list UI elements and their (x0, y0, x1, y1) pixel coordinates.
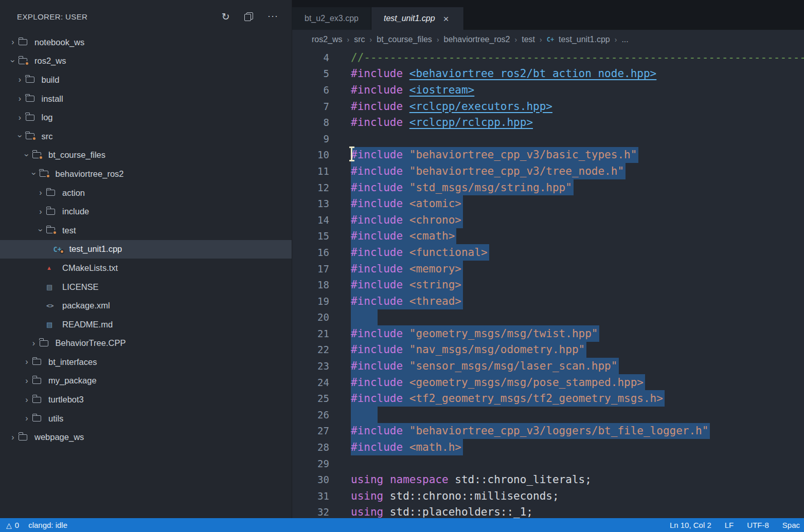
folder-glyph (32, 415, 41, 421)
folder-glyph (19, 39, 27, 45)
warning-icon: △ (6, 521, 12, 529)
code-line-28: 28#include <math.h> (292, 439, 804, 455)
folder-icon (19, 432, 33, 443)
code-token (403, 263, 409, 275)
code-editor[interactable]: 4//-------------------------------------… (292, 49, 804, 518)
tree-item-notebook-ws[interactable]: ›notebook_ws (0, 33, 292, 52)
tree-item-include[interactable]: ›include (0, 202, 292, 221)
tree-item-label: src (42, 132, 53, 141)
language-server-status[interactable]: clangd: idle (28, 521, 67, 529)
code-line-22: 22#include "nav_msgs/msg/odometry.hpp" (292, 342, 804, 358)
code-token: "behaviortree_cpp_v3/tree_node.h" (409, 165, 624, 177)
keyword-token: #include (351, 360, 403, 372)
line-number: 10 (292, 147, 329, 163)
chevron-right-icon[interactable]: › (21, 396, 32, 404)
chevron-right-icon[interactable]: › (35, 189, 46, 197)
open-editors-icon[interactable] (244, 12, 253, 21)
breadcrumb-separator-icon: › (370, 35, 372, 44)
tree-item-bt-course-files[interactable]: ›bt_course_files (0, 146, 292, 165)
tree-item-label: bt_interfaces (48, 357, 97, 367)
tree-item-bt-interfaces[interactable]: ›bt_interfaces (0, 353, 292, 372)
tree-item-package-xml[interactable]: ›<>package.xml (0, 296, 292, 315)
code-line-24: 24#include <geometry_msgs/msg/pose_stamp… (292, 374, 804, 391)
line-number: 6 (292, 82, 329, 98)
tab-bar: bt_u2_ex3.cpptest_unit1.cpp× (292, 0, 804, 30)
tab-close-icon[interactable]: × (441, 13, 451, 24)
chevron-right-icon[interactable]: › (28, 339, 40, 347)
tree-item-src[interactable]: ›src (0, 127, 292, 146)
tree-item-behaviortree-cpp[interactable]: ›BehaviorTree.CPP (0, 334, 292, 353)
line-number: 28 (292, 439, 329, 455)
tree-item-utils[interactable]: ›utils (0, 409, 292, 428)
tree-item-cmakelists-txt[interactable]: ›▲CMakeLists.txt (0, 259, 292, 278)
folder-icon (46, 206, 61, 217)
tab-bt-u2-ex3-cpp[interactable]: bt_u2_ex3.cpp (292, 7, 371, 30)
tree-item-label: bt_course_files (48, 150, 105, 160)
tree-item-test[interactable]: ›test (0, 221, 292, 240)
tree-item-label: install (42, 94, 63, 104)
chevron-right-icon[interactable]: › (14, 95, 26, 103)
code-token (403, 441, 409, 453)
line-number: 9 (292, 131, 329, 147)
code-line-6: 6#include <iostream> (292, 82, 804, 98)
refresh-icon[interactable]: ↻ (222, 12, 230, 22)
line-number: 4 (292, 49, 329, 66)
tree-item-test-unit1-cpp[interactable]: ›C+test_unit1.cpp (0, 240, 292, 259)
tree-item-webpage-ws[interactable]: ›webpage_ws (0, 428, 292, 447)
chevron-down-icon[interactable]: › (23, 150, 31, 161)
tree-item-my-package[interactable]: ›my_package (0, 372, 292, 391)
code-token (403, 100, 409, 113)
tree-item-log[interactable]: ›log (0, 108, 292, 127)
breadcrumb-item-test-unit1-cpp[interactable]: C+test_unit1.cpp (547, 35, 610, 44)
tree-item-action[interactable]: ›action (0, 184, 292, 203)
status-encoding[interactable]: UTF-8 (747, 521, 769, 529)
chevron-down-icon[interactable]: › (37, 225, 45, 236)
chevron-right-icon[interactable]: › (21, 358, 32, 366)
chevron-down-icon[interactable]: › (30, 168, 38, 179)
chevron-right-icon[interactable]: › (7, 433, 19, 442)
tree-item-behaviortree-ros2[interactable]: ›behaviortree_ros2 (0, 164, 292, 184)
tree-item-turtlebot3[interactable]: ›turtlebot3 (0, 390, 292, 409)
breadcrumb-item-behaviortree-ros2[interactable]: behaviortree_ros2 (444, 35, 510, 44)
folder-icon (26, 131, 41, 142)
code-token: "nav_msgs/msg/odometry.hpp" (409, 343, 585, 356)
code-token: std::chrono_literals; (449, 473, 592, 486)
folder-icon (46, 187, 61, 198)
tab-test-unit1-cpp[interactable]: test_unit1.cpp× (371, 7, 464, 30)
tree-item-label: include (62, 207, 89, 216)
tree-item-readme-md[interactable]: ›▤README.md (0, 315, 292, 334)
breadcrumb-item-src[interactable]: src (354, 35, 365, 44)
breadcrumb-item-[interactable]: ... (621, 35, 628, 44)
chevron-right-icon[interactable]: › (14, 76, 26, 84)
line-number: 19 (292, 293, 329, 309)
breadcrumb-item-bt-course-files[interactable]: bt_course_files (377, 35, 432, 44)
more-actions-icon[interactable]: ··· (267, 14, 278, 18)
line-number: 16 (292, 244, 329, 261)
folder-glyph (26, 96, 34, 102)
problems-indicator[interactable]: △ 0 (6, 521, 19, 529)
code-line-18: 18#include <string> (292, 277, 804, 293)
status-cursor-position[interactable]: Ln 10, Col 2 (670, 521, 711, 529)
chevron-down-icon[interactable]: › (16, 131, 24, 142)
chevron-right-icon[interactable]: › (35, 208, 46, 216)
tree-item-ros2-ws[interactable]: ›ros2_ws (0, 52, 292, 71)
folder-icon (46, 225, 61, 236)
breadcrumb-item-test[interactable]: test (522, 35, 535, 44)
code-line-content: #include <rclcpp/executors.hpp> (351, 98, 552, 115)
status-indentation[interactable]: Spac (782, 521, 800, 529)
code-line-content: #include <math.h> (351, 439, 463, 455)
chevron-right-icon[interactable]: › (21, 377, 32, 385)
keyword-token: using (351, 490, 383, 502)
tree-item-install[interactable]: ›install (0, 89, 292, 108)
chevron-right-icon[interactable]: › (7, 38, 19, 46)
explorer-title: EXPLORER: USER (17, 12, 87, 21)
tree-item-license[interactable]: ›▤LICENSE (0, 278, 292, 297)
vscode-window: EXPLORER: USER ↻ ··· ›notebook_ws›ros2_w… (0, 0, 804, 532)
breadcrumb-item-ros2-ws[interactable]: ros2_ws (312, 35, 343, 44)
status-eol-indicator[interactable]: LF (725, 521, 734, 529)
chevron-right-icon[interactable]: › (14, 114, 26, 122)
chevron-down-icon[interactable]: › (9, 56, 17, 67)
code-token (403, 246, 409, 259)
chevron-right-icon[interactable]: › (21, 414, 32, 423)
tree-item-build[interactable]: ›build (0, 70, 292, 89)
